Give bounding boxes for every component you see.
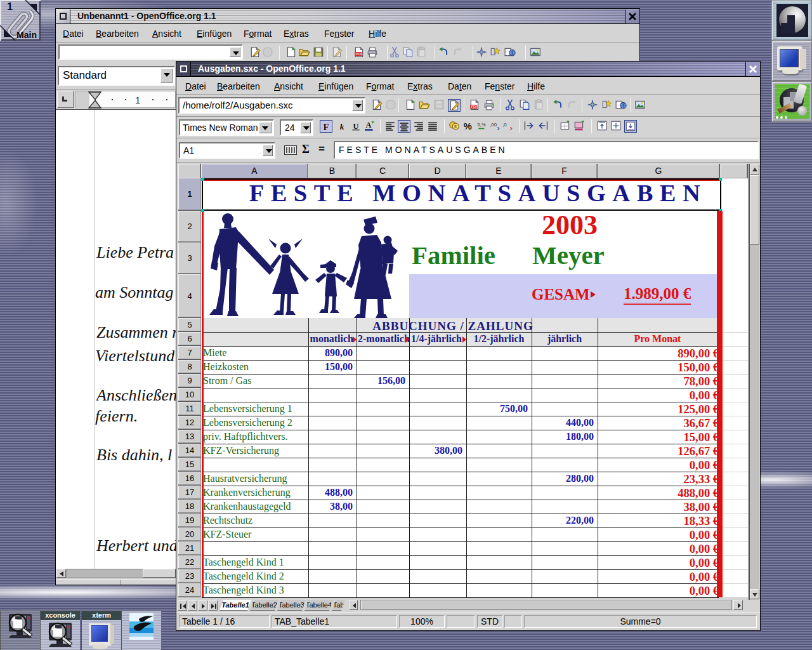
svg-text:5,%: 5,% <box>477 122 486 128</box>
svg-text:,0: ,0 <box>502 122 507 128</box>
svg-text:1: 1 <box>135 95 140 105</box>
svg-text:PDF: PDF <box>355 52 363 56</box>
svg-text:PDF: PDF <box>471 105 478 109</box>
svg-text:F: F <box>324 122 329 132</box>
svg-text:%: % <box>464 121 472 131</box>
svg-text:U: U <box>353 122 359 131</box>
svg-text:A: A <box>365 121 371 129</box>
svg-text:k: k <box>340 122 344 131</box>
svg-text:,00: ,00 <box>490 122 497 128</box>
svg-text:$: $ <box>454 124 457 129</box>
